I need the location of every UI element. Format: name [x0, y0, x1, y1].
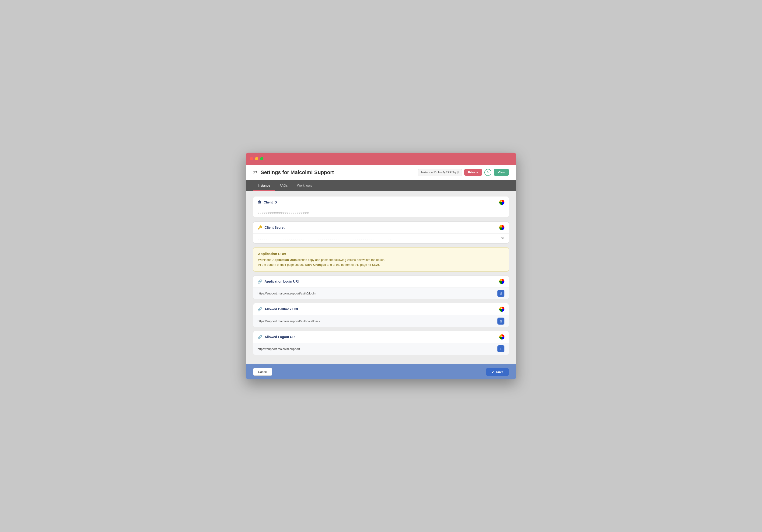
- cancel-button[interactable]: Cancel: [253, 368, 272, 376]
- save-button[interactable]: ✓ Save: [486, 368, 509, 376]
- copy-callback-url-button[interactable]: ⎘: [497, 318, 504, 325]
- client-secret-icon: 🔑: [258, 225, 262, 230]
- page-title: Settings for Malcolm! Support: [261, 169, 334, 176]
- logout-url-section: 🔗 Allowed Logout URL ? https://support.m…: [253, 331, 509, 355]
- client-id-help-icon[interactable]: ?: [499, 200, 504, 205]
- info-box-line1: Within the Application URIs section copy…: [258, 258, 504, 263]
- info-box-title: Application URIs: [258, 252, 504, 256]
- traffic-light-yellow[interactable]: [255, 157, 258, 160]
- save-check-icon: ✓: [492, 370, 495, 374]
- refresh-icon[interactable]: ↻: [484, 169, 492, 176]
- application-uris-info-box: Application URIs Within the Application …: [253, 247, 509, 272]
- login-uri-icon: 🔗: [258, 279, 262, 284]
- tab-workflows[interactable]: Workflows: [292, 180, 317, 190]
- header-right: Instance ID: HwJyEPPl3q ⎘ Private ↻ View: [418, 169, 509, 176]
- info-box-line2: At the bottom of their page choose Save …: [258, 263, 504, 267]
- footer-bar: Cancel ✓ Save: [246, 364, 516, 379]
- callback-url-label: Allowed Callback URL: [265, 307, 299, 311]
- client-secret-header-left: 🔑 Client Secret: [258, 225, 285, 230]
- info-bold-2: Save Changes: [305, 263, 326, 266]
- login-uri-body: https://support.malcolm.support/auth0/lo…: [253, 287, 509, 299]
- logout-url-help-icon[interactable]: ?: [499, 334, 504, 340]
- titlebar: [246, 153, 516, 165]
- traffic-light-red[interactable]: [250, 157, 253, 160]
- callback-url-header: 🔗 Allowed Callback URL ?: [253, 303, 509, 315]
- login-uri-header-left: 🔗 Application Login URI: [258, 279, 299, 284]
- client-id-section: 🏛 Client ID ? xxxxxxxxxxxxxxxxxxxxxxxxx: [253, 196, 509, 218]
- instance-id-box: Instance ID: HwJyEPPl3q ⎘: [418, 169, 462, 176]
- logout-url-label: Allowed Logout URL: [265, 335, 297, 339]
- info-bold-1: Application URIs: [272, 258, 297, 262]
- logout-url-header-left: 🔗 Allowed Logout URL: [258, 335, 297, 339]
- client-id-header: 🏛 Client ID ?: [253, 196, 509, 208]
- nav-bar: Instance FAQs Workflows: [246, 180, 516, 190]
- login-uri-header: 🔗 Application Login URI ?: [253, 275, 509, 287]
- client-id-body: xxxxxxxxxxxxxxxxxxxxxxxxx: [253, 208, 509, 217]
- copy-instance-id-icon[interactable]: ⎘: [457, 171, 459, 174]
- client-secret-help-icon[interactable]: ?: [499, 225, 504, 230]
- callback-url-body: https://support.malcolm.support/auth0/ca…: [253, 315, 509, 327]
- settings-icon: ⇄: [253, 169, 257, 176]
- login-uri-help-icon[interactable]: ?: [499, 279, 504, 284]
- info-bold-3: Save: [372, 263, 379, 266]
- instance-id-text: Instance ID: HwJyEPPl3q: [421, 171, 456, 174]
- callback-url-value: https://support.malcolm.support/auth0/ca…: [258, 320, 320, 323]
- login-uri-value: https://support.malcolm.support/auth0/lo…: [258, 292, 316, 295]
- client-secret-section: 🔑 Client Secret ? ......................…: [253, 221, 509, 244]
- save-label: Save: [496, 370, 503, 374]
- private-button[interactable]: Private: [464, 169, 482, 176]
- login-uri-section: 🔗 Application Login URI ? https://suppor…: [253, 275, 509, 299]
- callback-url-help-icon[interactable]: ?: [499, 307, 504, 312]
- content-area: 🏛 Client ID ? xxxxxxxxxxxxxxxxxxxxxxxxx …: [246, 190, 516, 364]
- client-id-icon: 🏛: [258, 200, 261, 204]
- tab-instance[interactable]: Instance: [253, 180, 275, 190]
- client-secret-body: ........................................…: [253, 234, 509, 243]
- view-label: View: [498, 171, 505, 174]
- client-secret-label: Client Secret: [265, 226, 285, 229]
- copy-login-uri-button[interactable]: ⎘: [497, 290, 504, 297]
- header-left: ⇄ Settings for Malcolm! Support: [253, 169, 334, 176]
- logout-url-body: https://support.malcolm.support ⎘: [253, 343, 509, 355]
- client-id-label: Client ID: [264, 200, 277, 204]
- traffic-light-green[interactable]: [260, 157, 264, 160]
- logout-url-value: https://support.malcolm.support: [258, 347, 300, 351]
- callback-url-icon: 🔗: [258, 307, 262, 312]
- toggle-secret-icon[interactable]: 👁: [501, 236, 504, 241]
- logout-url-header: 🔗 Allowed Logout URL ?: [253, 331, 509, 343]
- header: ⇄ Settings for Malcolm! Support Instance…: [246, 165, 516, 180]
- client-id-value: xxxxxxxxxxxxxxxxxxxxxxxxx: [258, 211, 309, 215]
- tab-faqs[interactable]: FAQs: [275, 180, 292, 190]
- callback-url-section: 🔗 Allowed Callback URL ? https://support…: [253, 303, 509, 327]
- copy-logout-url-button[interactable]: ⎘: [497, 345, 504, 352]
- app-window: ⇄ Settings for Malcolm! Support Instance…: [246, 153, 516, 380]
- view-button[interactable]: View: [494, 169, 509, 176]
- client-secret-value: ........................................…: [258, 237, 392, 240]
- client-id-header-left: 🏛 Client ID: [258, 200, 277, 204]
- callback-url-header-left: 🔗 Allowed Callback URL: [258, 307, 299, 312]
- login-uri-label: Application Login URI: [265, 279, 299, 283]
- logout-url-icon: 🔗: [258, 335, 262, 339]
- client-secret-header: 🔑 Client Secret ?: [253, 222, 509, 234]
